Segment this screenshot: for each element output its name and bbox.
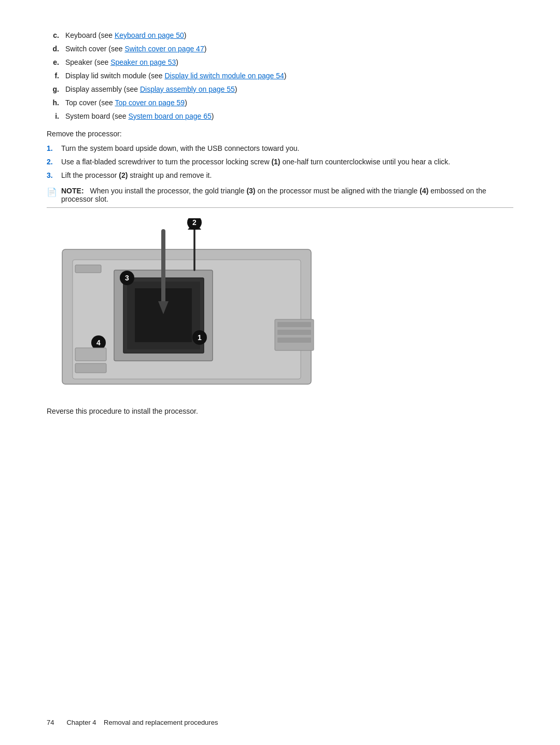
footer-spacer (96, 719, 104, 726)
content-e: Speaker (see Speaker on page 53) (65, 58, 513, 66)
link-system-board[interactable]: System board on page 65 (128, 112, 211, 120)
footer-chapter: Chapter 4 (66, 719, 96, 726)
processor-figure: 1 2 3 4 (47, 218, 513, 395)
text-e: Speaker (see (65, 58, 110, 66)
link-speaker[interactable]: Speaker on page 53 (110, 58, 176, 66)
step-2-bold1: (1) (271, 158, 280, 166)
note-bold1: (3) (246, 187, 255, 195)
link-switch-cover[interactable]: Switch cover on page 47 (124, 45, 204, 53)
label-d: d. (47, 45, 65, 53)
processor-diagram: 1 2 3 4 (47, 218, 337, 395)
list-item-d: d. Switch cover (see Switch cover on pag… (47, 45, 513, 53)
text-f: Display lid switch module (see (65, 72, 164, 80)
label-c: c. (47, 31, 65, 39)
step-3-bold1: (2) (119, 171, 128, 179)
text-h: Top cover (see (65, 99, 115, 107)
content-i: System board (see System board on page 6… (65, 112, 513, 120)
list-item-f: f. Display lid switch module (see Displa… (47, 72, 513, 80)
content-h: Top cover (see Top cover on page 59) (65, 99, 513, 107)
note-icon: 📄 (47, 187, 57, 197)
text-c: Keyboard (see (65, 31, 115, 39)
remove-processor-title: Remove the processor: (47, 130, 513, 138)
list-item-e: e. Speaker (see Speaker on page 53) (47, 58, 513, 66)
svg-text:1: 1 (198, 333, 202, 342)
note-bold2: (4) (419, 187, 428, 195)
link-top-cover[interactable]: Top cover on page 59 (115, 99, 185, 107)
link-display-assembly[interactable]: Display assembly on page 55 (140, 85, 235, 93)
list-item-h: h. Top cover (see Top cover on page 59) (47, 99, 513, 107)
step-2-label: 2. (47, 158, 61, 166)
content-f: Display lid switch module (see Display l… (65, 72, 513, 80)
lettered-list: c. Keyboard (see Keyboard on page 50) d.… (47, 31, 513, 120)
svg-rect-24 (75, 265, 101, 273)
svg-text:2: 2 (192, 218, 197, 227)
footer-page-number: 74 (47, 719, 54, 726)
page-footer: 74 Chapter 4 Removal and replacement pro… (47, 719, 513, 726)
content-d: Switch cover (see Switch cover on page 4… (65, 45, 513, 53)
label-i: i. (47, 112, 65, 120)
step-1-label: 1. (47, 144, 61, 152)
svg-rect-19 (277, 322, 311, 327)
svg-rect-22 (75, 348, 106, 361)
svg-text:3: 3 (125, 274, 129, 282)
content-g: Display assembly (see Display assembly o… (65, 85, 513, 93)
step-1-content: Turn the system board upside down, with … (61, 144, 513, 152)
step-2-content: Use a flat-bladed screwdriver to turn th… (61, 158, 513, 166)
list-item-i: i. System board (see System board on pag… (47, 112, 513, 120)
text-d: Switch cover (see (65, 45, 124, 53)
text-i: System board (see (65, 112, 128, 120)
svg-rect-20 (277, 330, 311, 335)
list-item-c: c. Keyboard (see Keyboard on page 50) (47, 31, 513, 39)
label-g: g. (47, 85, 65, 93)
svg-text:4: 4 (96, 339, 101, 347)
list-item-g: g. Display assembly (see Display assembl… (47, 85, 513, 93)
note-text: NOTE: When you install the processor, th… (61, 187, 513, 203)
reverse-text: Reverse this procedure to install the pr… (47, 407, 513, 415)
svg-rect-21 (277, 338, 311, 343)
link-keyboard[interactable]: Keyboard on page 50 (115, 31, 184, 39)
footer-chapter-text: Removal and replacement procedures (104, 719, 218, 726)
step-1: 1. Turn the system board upside down, wi… (47, 144, 513, 152)
svg-rect-23 (75, 363, 106, 373)
note-label: NOTE: (61, 187, 84, 195)
note-box: 📄 NOTE: When you install the processor, … (47, 187, 513, 208)
text-g: Display assembly (see (65, 85, 140, 93)
label-f: f. (47, 72, 65, 80)
content-c: Keyboard (see Keyboard on page 50) (65, 31, 513, 39)
label-h: h. (47, 99, 65, 107)
page-content: c. Keyboard (see Keyboard on page 50) d.… (0, 0, 560, 457)
label-e: e. (47, 58, 65, 66)
numbered-steps: 1. Turn the system board upside down, wi… (47, 144, 513, 179)
step-3: 3. Lift the processor (2) straight up an… (47, 171, 513, 179)
step-3-content: Lift the processor (2) straight up and r… (61, 171, 513, 179)
step-2: 2. Use a flat-bladed screwdriver to turn… (47, 158, 513, 166)
link-display-lid[interactable]: Display lid switch module on page 54 (164, 72, 284, 80)
step-3-label: 3. (47, 171, 61, 179)
